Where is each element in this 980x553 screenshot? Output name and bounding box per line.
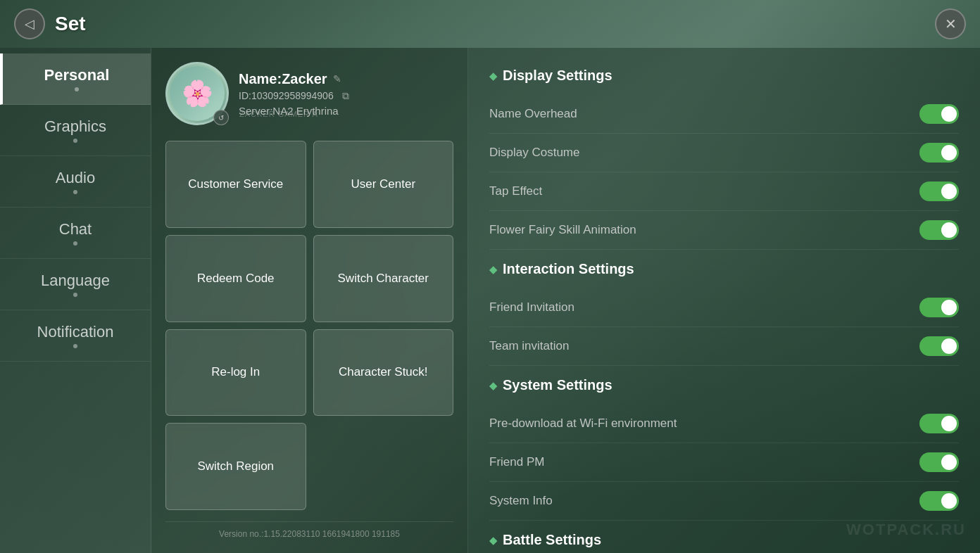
tap-effect-label: Tap Effect xyxy=(489,184,542,198)
sidebar-dot xyxy=(73,139,77,143)
user-center-button[interactable]: User Center xyxy=(313,141,454,228)
profile-watermark: ZACKER GAMER A xyxy=(239,110,318,118)
predownload-wifi-toggle[interactable] xyxy=(919,414,959,433)
sidebar-dot xyxy=(73,241,77,246)
character-stuck-button[interactable]: Character Stuck! xyxy=(313,329,454,417)
name-overhead-toggle[interactable] xyxy=(919,104,959,124)
back-icon: ◁ xyxy=(25,16,34,32)
sidebar-dot xyxy=(73,293,77,297)
version-info: Version no.:1.15.22083110 1661941800 191… xyxy=(165,521,453,539)
sidebar-item-graphics[interactable]: Graphics xyxy=(0,105,151,156)
friend-pm-label: Friend PM xyxy=(489,455,544,469)
display-costume-label: Display Costume xyxy=(489,146,580,160)
friend-invitation-label: Friend Invitation xyxy=(489,300,574,314)
switch-region-button[interactable]: Switch Region xyxy=(165,423,306,510)
switch-character-button[interactable]: Switch Character xyxy=(313,235,454,322)
sidebar-dot xyxy=(75,87,79,91)
friend-pm-row: Friend PM xyxy=(489,443,959,482)
team-invitation-row: Team invitation xyxy=(489,327,959,366)
sidebar: Personal Graphics Audio Chat Language No… xyxy=(0,48,151,553)
predownload-wifi-label: Pre-download at Wi-Fi environment xyxy=(489,417,677,431)
friend-pm-toggle[interactable] xyxy=(919,452,959,472)
copy-icon[interactable]: ⧉ xyxy=(342,90,349,101)
page-title: Set xyxy=(55,13,86,35)
system-settings-title: ◆ System Settings xyxy=(489,377,959,393)
display-costume-row: Display Costume xyxy=(489,134,959,172)
re-log-in-button[interactable]: Re-log In xyxy=(165,329,306,417)
interaction-settings-title: ◆ Interaction Settings xyxy=(489,261,959,277)
avatar-badge: ↺ xyxy=(213,110,229,125)
sidebar-item-language[interactable]: Language xyxy=(0,259,151,310)
close-button[interactable]: ✕ xyxy=(935,8,966,39)
sidebar-item-chat[interactable]: Chat xyxy=(0,208,151,259)
predownload-wifi-row: Pre-download at Wi-Fi environment xyxy=(489,405,959,443)
back-button[interactable]: ◁ xyxy=(14,8,45,39)
flower-fairy-skill-label: Flower Fairy Skill Animation xyxy=(489,223,636,237)
team-invitation-label: Team invitation xyxy=(489,339,569,353)
display-settings-title: ◆ Display Settings xyxy=(489,68,959,84)
battle-settings-title: ◆ Battle Settings xyxy=(489,532,959,548)
profile-id: ID:103092958994906 ⧉ xyxy=(239,90,453,102)
flower-fairy-skill-toggle[interactable] xyxy=(919,220,959,240)
friend-invitation-row: Friend Invitation xyxy=(489,288,959,327)
profile-name: Name:Zacker xyxy=(239,71,327,87)
tap-effect-row: Tap Effect xyxy=(489,172,959,211)
diamond-icon-2: ◆ xyxy=(489,264,497,275)
diamond-icon-4: ◆ xyxy=(489,535,497,546)
main-content: Personal Graphics Audio Chat Language No… xyxy=(0,48,980,553)
diamond-icon-3: ◆ xyxy=(489,380,497,391)
action-buttons: Customer Service User Center Redeem Code… xyxy=(165,141,453,510)
display-costume-toggle[interactable] xyxy=(919,143,959,163)
edit-icon[interactable]: ✎ xyxy=(333,73,341,84)
sidebar-dot xyxy=(73,190,77,194)
avatar-container: 🌸 ↺ xyxy=(165,62,229,125)
sidebar-item-personal[interactable]: Personal xyxy=(0,53,151,105)
tap-effect-toggle[interactable] xyxy=(919,182,959,201)
sidebar-item-audio[interactable]: Audio xyxy=(0,156,151,208)
system-info-label: System Info xyxy=(489,494,553,508)
team-invitation-toggle[interactable] xyxy=(919,336,959,356)
system-info-toggle[interactable] xyxy=(919,491,959,511)
header: ◁ Set ✕ xyxy=(0,0,980,48)
flower-fairy-skill-row: Flower Fairy Skill Animation xyxy=(489,211,959,250)
redeem-code-button[interactable]: Redeem Code xyxy=(165,235,306,322)
close-icon: ✕ xyxy=(945,15,957,32)
name-overhead-row: Name Overhead xyxy=(489,95,959,134)
system-info-row: System Info xyxy=(489,482,959,521)
personal-panel: 🌸 ↺ Name:Zacker ✎ ID:103092958994906 ⧉ S… xyxy=(151,48,468,553)
settings-panel: ◆ Display Settings Name Overhead Display… xyxy=(468,48,980,553)
name-overhead-label: Name Overhead xyxy=(489,107,577,121)
friend-invitation-toggle[interactable] xyxy=(919,298,959,317)
customer-service-button[interactable]: Customer Service xyxy=(165,141,306,228)
diamond-icon: ◆ xyxy=(489,70,497,82)
sidebar-dot xyxy=(73,344,77,348)
profile-name-row: Name:Zacker ✎ xyxy=(239,71,453,87)
sidebar-item-notification[interactable]: Notification xyxy=(0,310,151,362)
